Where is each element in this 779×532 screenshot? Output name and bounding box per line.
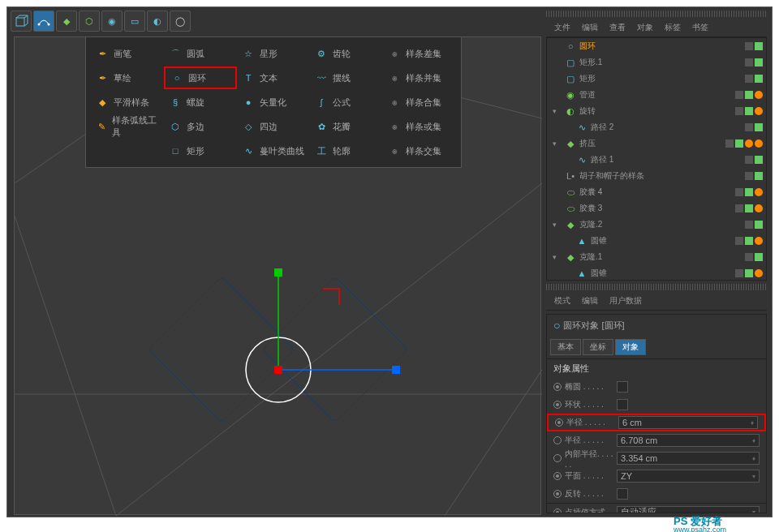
prop-dot[interactable] <box>553 472 562 480</box>
obj-tags[interactable] <box>735 269 763 277</box>
prop-dot[interactable] <box>553 454 562 462</box>
obj-tags[interactable] <box>735 91 763 99</box>
menu-样条或集[interactable]: ⎈样条或集 <box>383 115 456 138</box>
prop-checkbox[interactable] <box>617 381 628 393</box>
tool-particle[interactable]: ◯ <box>170 11 191 32</box>
tool-env[interactable]: ◉ <box>101 11 123 32</box>
obj-tags[interactable] <box>745 253 763 261</box>
menu-样条合集[interactable]: ⎈样条合集 <box>383 91 456 114</box>
obj-tab-书签[interactable]: 书签 <box>689 20 712 35</box>
obj-tags[interactable] <box>735 107 763 115</box>
obj-row[interactable]: ▾◆克隆.2 <box>547 217 766 233</box>
obj-row[interactable]: ○圆环 <box>547 38 766 54</box>
menu-草绘[interactable]: ✒草绘 <box>91 66 164 89</box>
menu-多边[interactable]: ⬡多边 <box>164 115 237 138</box>
prop-value-input[interactable]: 6 cm♦ <box>618 416 758 429</box>
prop-dot[interactable] <box>553 490 562 498</box>
prop-dot[interactable] <box>553 383 562 391</box>
prop-checkbox[interactable] <box>617 399 628 410</box>
expand-icon[interactable]: ▾ <box>550 253 558 261</box>
obj-tab-对象[interactable]: 对象 <box>634 20 656 35</box>
obj-row[interactable]: ⬭胶囊 3 <box>547 200 766 217</box>
menu-平滑样条[interactable]: ◆平滑样条 <box>91 91 164 114</box>
obj-row[interactable]: ▢矩形 <box>547 71 766 87</box>
menu-画笔[interactable]: ✒画笔 <box>91 42 164 65</box>
menu-样条差集[interactable]: ⎈样条差集 <box>383 42 456 65</box>
obj-row[interactable]: ∿路径 1 <box>547 152 766 168</box>
menu-矢量化[interactable]: ●矢量化 <box>237 91 310 114</box>
tool-cube[interactable] <box>11 11 32 32</box>
menu-圆环[interactable]: ○圆环 <box>164 66 237 89</box>
menu-样条弧线工具[interactable]: ✎样条弧线工具 <box>91 115 164 138</box>
interp-select[interactable]: 自动适应▾ <box>617 506 760 514</box>
menu-摆线[interactable]: 〰摆线 <box>310 66 383 89</box>
tool-spline[interactable] <box>33 11 54 32</box>
prop-dot[interactable] <box>553 401 562 409</box>
prop-value-input[interactable]: 3.354 cm♦ <box>617 452 760 465</box>
prop-dot[interactable] <box>555 418 563 427</box>
obj-tags[interactable] <box>745 221 763 229</box>
obj-tags[interactable] <box>735 204 763 212</box>
subtab-对象[interactable]: 对象 <box>615 339 646 355</box>
attr-tab-编辑[interactable]: 编辑 <box>579 294 601 308</box>
attribute-tabs: 模式编辑用户数据 <box>546 292 767 311</box>
menu-蔓叶类曲线[interactable]: ∿蔓叶类曲线 <box>237 139 310 162</box>
prop-checkbox[interactable] <box>617 488 628 500</box>
menu-样条并集[interactable]: ⎈样条并集 <box>383 66 456 89</box>
obj-row[interactable]: ⬭胶囊 4 <box>547 184 766 200</box>
obj-tags[interactable] <box>725 139 763 148</box>
obj-row[interactable]: ▾◆克隆.1 <box>547 249 766 265</box>
menu-轮廓[interactable]: 工轮廓 <box>310 139 383 162</box>
tool-light[interactable]: ◐ <box>147 11 168 32</box>
prop-value-input[interactable]: 6.708 cm♦ <box>617 434 760 447</box>
obj-label: 旋转 <box>579 105 732 117</box>
subtab-坐标[interactable]: 坐标 <box>583 339 613 355</box>
menu-矩形[interactable]: □矩形 <box>164 139 237 162</box>
obj-row[interactable]: ▢矩形.1 <box>547 54 766 71</box>
obj-row[interactable]: ▾◆挤压 <box>547 135 766 152</box>
tool-cam[interactable]: ▭ <box>124 11 145 32</box>
attr-tab-模式[interactable]: 模式 <box>551 294 574 308</box>
obj-tags[interactable] <box>745 42 763 50</box>
obj-tags[interactable] <box>745 75 763 83</box>
obj-row[interactable]: ▲圆锥 <box>547 265 766 281</box>
obj-tab-查看[interactable]: 查看 <box>606 20 629 35</box>
expand-icon[interactable]: ▾ <box>550 139 558 148</box>
obj-label: 挤压 <box>579 138 722 149</box>
attr-tab-用户数据[interactable]: 用户数据 <box>606 294 645 308</box>
obj-tab-标签[interactable]: 标签 <box>661 20 684 35</box>
menu-齿轮[interactable]: ⚙齿轮 <box>310 42 383 65</box>
menu-公式[interactable]: ∫公式 <box>310 91 383 114</box>
obj-tags[interactable] <box>745 58 763 66</box>
obj-row[interactable]: ▾◐旋转 <box>547 103 766 119</box>
obj-tags[interactable] <box>745 123 763 131</box>
menu-花瓣[interactable]: ✿花瓣 <box>310 115 383 138</box>
menu-label: 花瓣 <box>333 121 351 133</box>
prop-dot[interactable] <box>553 436 562 444</box>
obj-tags[interactable] <box>745 172 763 180</box>
tool-generator[interactable]: ◆ <box>56 11 77 32</box>
menu-螺旋[interactable]: §螺旋 <box>164 91 237 114</box>
menu-星形[interactable]: ☆星形 <box>237 42 310 65</box>
prop-label: 半径 . . . . . <box>566 417 615 428</box>
expand-icon[interactable]: ▾ <box>550 221 558 229</box>
tool-deformer[interactable]: ⬡ <box>79 11 100 32</box>
menu-圆弧[interactable]: ⌒圆弧 <box>164 42 237 65</box>
obj-tags[interactable] <box>735 237 763 245</box>
obj-row[interactable]: ∿路径 2 <box>547 119 766 135</box>
object-manager[interactable]: ○圆环▢矩形.1▢矩形◉管道▾◐旋转∿路径 2▾◆挤压∿路径 1L•胡子和帽子的… <box>546 37 767 281</box>
obj-row[interactable]: ◉管道 <box>547 87 766 103</box>
subtab-基本[interactable]: 基本 <box>550 339 581 355</box>
expand-icon[interactable]: ▾ <box>550 107 558 115</box>
obj-tab-编辑[interactable]: 编辑 <box>579 20 601 35</box>
obj-tab-文件[interactable]: 文件 <box>551 20 574 35</box>
obj-tags[interactable] <box>735 188 763 196</box>
prop-dot[interactable] <box>553 508 562 514</box>
prop-value-input[interactable]: ZY▾ <box>617 470 760 483</box>
obj-row[interactable]: L•胡子和帽子的样条 <box>547 168 766 184</box>
menu-样条交集[interactable]: ⎈样条交集 <box>383 139 456 162</box>
obj-row[interactable]: ▲圆锥 <box>547 233 766 249</box>
obj-tags[interactable] <box>745 156 763 164</box>
menu-文本[interactable]: T文本 <box>237 66 310 89</box>
menu-四边[interactable]: ◇四边 <box>237 115 310 138</box>
